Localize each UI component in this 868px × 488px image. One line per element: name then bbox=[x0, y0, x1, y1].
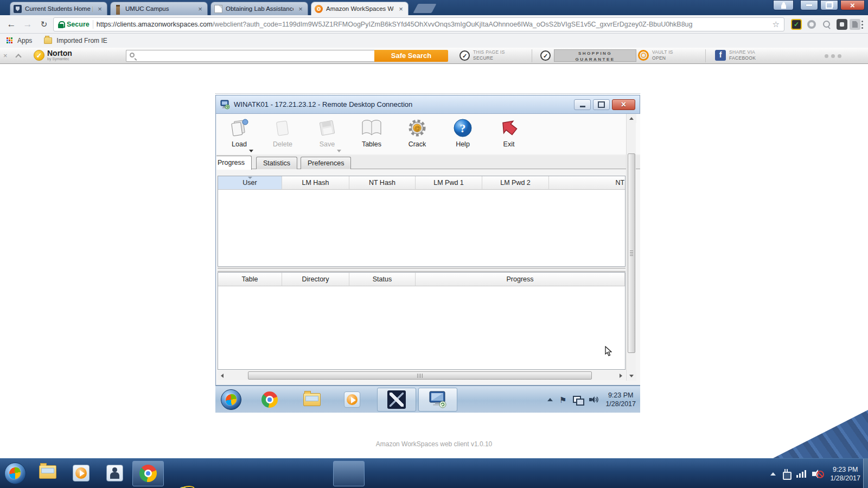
tab-close-icon[interactable]: × bbox=[196, 5, 204, 12]
extension-search-icon[interactable] bbox=[821, 19, 832, 30]
toolbar-more-icon[interactable] bbox=[825, 54, 828, 58]
horizontal-scroll-thumb[interactable] bbox=[248, 371, 592, 380]
rdp-vertical-scrollbar[interactable] bbox=[626, 114, 636, 381]
windows-flag-icon bbox=[9, 466, 21, 480]
load-button[interactable]: Load bbox=[221, 115, 258, 153]
apps-grid-icon[interactable] bbox=[7, 37, 13, 44]
rdp-titlebar[interactable]: WINATK01 - 172.21.23.12 - Remote Desktop… bbox=[216, 95, 640, 114]
bookmark-folder-icon[interactable] bbox=[44, 37, 52, 44]
browser-tab-current-students[interactable]: Current Students Home | × bbox=[10, 2, 107, 15]
safe-search-button[interactable]: Safe Search bbox=[374, 50, 448, 62]
column-header-user[interactable]: User bbox=[218, 176, 282, 190]
new-tab-button[interactable] bbox=[413, 4, 436, 13]
vertical-scroll-thumb[interactable] bbox=[628, 153, 635, 353]
tab-close-icon[interactable]: × bbox=[397, 5, 405, 12]
tab-progress[interactable]: Progress bbox=[216, 156, 252, 170]
signal-bars-icon[interactable] bbox=[796, 470, 806, 478]
column-header-directory[interactable]: Directory bbox=[282, 273, 349, 286]
show-desktop-button[interactable] bbox=[863, 459, 868, 488]
host-media-player-icon[interactable] bbox=[73, 465, 90, 481]
column-header-lm-pwd-2[interactable]: LM Pwd 2 bbox=[482, 176, 549, 190]
workspace-media-player-icon[interactable] bbox=[344, 391, 360, 408]
page-secure-badge[interactable]: ✓ THIS PAGE IS SECURE bbox=[459, 49, 505, 61]
workspace-chrome-icon[interactable] bbox=[261, 391, 278, 408]
imported-from-ie-bookmark[interactable]: Imported From IE bbox=[56, 37, 107, 44]
norton-extension-icon[interactable]: ✓ bbox=[791, 19, 802, 30]
extension-square-icon[interactable] bbox=[837, 19, 847, 30]
scroll-down-icon[interactable] bbox=[627, 371, 636, 381]
workspace-start-button[interactable] bbox=[221, 389, 241, 410]
pdf-extension-icon[interactable] bbox=[850, 19, 860, 30]
workspace-clock[interactable]: 9:23 PM 1/28/2017 bbox=[605, 391, 636, 408]
scroll-right-icon[interactable] bbox=[616, 371, 626, 380]
browser-tab-strip: Current Students Home | × UMUC Campus × … bbox=[0, 0, 868, 15]
divider bbox=[532, 49, 532, 62]
tab-title: Current Students Home | bbox=[25, 5, 93, 12]
share-facebook-badge[interactable]: f SHARE VIA FACEBOOK bbox=[715, 49, 756, 61]
browser-tab-umuc-campus[interactable]: UMUC Campus × bbox=[110, 2, 208, 15]
pane-splitter[interactable] bbox=[218, 268, 626, 272]
apps-label[interactable]: Apps bbox=[17, 37, 32, 44]
vault-badge[interactable]: VAULT IS OPEN bbox=[638, 49, 673, 61]
forward-button[interactable]: → bbox=[21, 17, 35, 31]
column-header-lm-hash[interactable]: LM Hash bbox=[282, 176, 349, 190]
toolbar-close-icon[interactable]: × bbox=[3, 52, 8, 60]
taskbar-button-ophcrack[interactable] bbox=[377, 388, 416, 412]
tab-close-icon[interactable]: × bbox=[297, 5, 304, 12]
close-button[interactable] bbox=[840, 0, 865, 10]
secure-label: Secure bbox=[67, 21, 90, 28]
tab-close-icon[interactable]: × bbox=[96, 5, 104, 12]
rdp-restore-button[interactable] bbox=[593, 99, 610, 110]
bookmark-star-icon[interactable]: ☆ bbox=[773, 20, 780, 29]
rdp-minimize-button[interactable] bbox=[574, 99, 591, 110]
volume-icon[interactable] bbox=[589, 395, 599, 404]
action-center-flag-icon[interactable]: ⚑ bbox=[559, 396, 566, 404]
host-pinned-app-icon[interactable] bbox=[106, 465, 123, 481]
tab-preferences[interactable]: Preferences bbox=[301, 157, 351, 169]
scroll-up-icon[interactable] bbox=[627, 114, 636, 123]
rdp-close-button[interactable] bbox=[612, 99, 635, 110]
column-header-nt-hash[interactable]: NT Hash bbox=[349, 176, 416, 190]
scroll-left-icon[interactable] bbox=[218, 371, 227, 380]
internet-explorer-icon[interactable]: e bbox=[174, 482, 191, 488]
host-clock[interactable]: 9:23 PM 1/28/2017 bbox=[830, 465, 860, 483]
rdp-horizontal-scrollbar[interactable] bbox=[218, 371, 626, 380]
tray-expand-icon[interactable] bbox=[547, 398, 553, 401]
column-header-progress[interactable]: Progress bbox=[416, 273, 625, 286]
host-explorer-icon[interactable] bbox=[39, 465, 56, 479]
address-bar[interactable]: Secure https://clients.amazonworkspaces.… bbox=[53, 17, 784, 31]
back-button[interactable]: ← bbox=[4, 17, 18, 31]
profile-button[interactable] bbox=[773, 0, 794, 10]
restore-button[interactable] bbox=[820, 0, 838, 10]
power-plug-icon[interactable] bbox=[782, 469, 790, 479]
exit-button[interactable]: Exit bbox=[490, 115, 527, 153]
help-button[interactable]: ? Help bbox=[444, 115, 481, 153]
taskbar-button-remote-desktop[interactable] bbox=[418, 388, 457, 412]
shopping-line1: SHOPPING bbox=[554, 50, 636, 56]
host-chrome-icon[interactable] bbox=[139, 465, 157, 482]
host-start-button[interactable] bbox=[4, 463, 26, 484]
minimize-button[interactable] bbox=[800, 0, 818, 10]
column-header-nt-pwd[interactable]: NT Pwd bbox=[549, 176, 626, 190]
load-dropdown-icon[interactable] bbox=[249, 150, 253, 152]
toolbar-collapse-icon[interactable] bbox=[15, 54, 21, 60]
extension-circle-icon[interactable] bbox=[806, 19, 817, 30]
workspace-explorer-icon[interactable] bbox=[303, 393, 321, 406]
shopping-guarantee-badge[interactable]: ✓ SHOPPING GUARANTEE bbox=[540, 49, 636, 62]
tab-statistics[interactable]: Statistics bbox=[256, 157, 297, 169]
browser-tab-amazon-workspaces[interactable]: Amazon WorkSpaces We × bbox=[311, 2, 409, 15]
column-header-table[interactable]: Table bbox=[218, 273, 282, 286]
column-header-lm-pwd-1[interactable]: LM Pwd 1 bbox=[416, 176, 482, 190]
volume-muted-icon[interactable] bbox=[812, 470, 824, 478]
host-taskbar-button-word[interactable] bbox=[333, 461, 365, 486]
ophcrack-toolbar: Load Delete bbox=[216, 114, 640, 154]
tray-expand-icon[interactable] bbox=[770, 472, 776, 476]
browser-menu-icon[interactable] bbox=[861, 21, 863, 22]
reload-button[interactable]: ↻ bbox=[37, 17, 51, 31]
browser-tab-lab-assistance[interactable]: Obtaining Lab Assistance × bbox=[210, 2, 308, 15]
norton-search-input[interactable] bbox=[126, 50, 374, 62]
column-header-status[interactable]: Status bbox=[349, 273, 416, 286]
network-icon[interactable] bbox=[573, 396, 583, 404]
crack-button[interactable]: @ Crack bbox=[399, 115, 436, 153]
tables-button[interactable]: Tables bbox=[353, 115, 390, 153]
